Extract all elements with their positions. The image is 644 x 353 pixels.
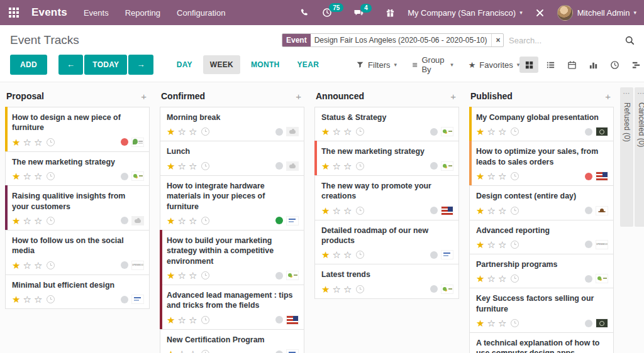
list-view-button[interactable]: [541, 57, 560, 73]
add-button[interactable]: ADD: [10, 55, 47, 75]
rating-star-icon[interactable]: ★: [12, 171, 20, 181]
kanban-state-dot[interactable]: [430, 162, 438, 170]
activity-clock-icon[interactable]: [201, 162, 209, 170]
quick-add-icon[interactable]: +: [294, 92, 303, 101]
folded-column-cancelled[interactable]: ⋯Cancelled (0): [635, 87, 644, 227]
prev-button[interactable]: ←: [58, 55, 83, 75]
column-menu-icon[interactable]: ⋯: [623, 90, 631, 97]
rating-star-icon[interactable]: ★: [321, 206, 330, 215]
rating-star-icon[interactable]: ☆: [23, 138, 31, 147]
kanban-state-dot[interactable]: [121, 296, 128, 303]
rating-star-icon[interactable]: ☆: [498, 171, 506, 181]
rating-star-icon[interactable]: ☆: [343, 127, 352, 136]
kanban-card[interactable]: Advanced lead management : tips and tric…: [160, 285, 304, 330]
kanban-state-dot[interactable]: [585, 320, 592, 327]
rating-star-icon[interactable]: ★: [476, 171, 484, 181]
rating-star-icon[interactable]: ☆: [189, 315, 197, 325]
rating-star-icon[interactable]: ★: [12, 295, 20, 304]
rating-star-icon[interactable]: ★: [321, 285, 330, 294]
activity-clock-icon[interactable]: [47, 217, 55, 225]
activity-clock-icon[interactable]: [356, 128, 364, 136]
rating-star-icon[interactable]: ☆: [23, 261, 31, 270]
kanban-state-dot[interactable]: [275, 162, 283, 170]
rating-star-icon[interactable]: ☆: [332, 127, 340, 136]
next-button[interactable]: →: [128, 55, 153, 75]
gantt-view-button[interactable]: [626, 57, 644, 73]
rating-star-icon[interactable]: ☆: [343, 250, 352, 259]
kanban-state-dot[interactable]: [275, 128, 283, 136]
kanban-card[interactable]: Advanced reporting★☆☆: [469, 220, 614, 254]
kanban-card[interactable]: The new marketing strategy★☆☆: [314, 141, 459, 175]
gift-icon[interactable]: [386, 8, 395, 18]
rating-star-icon[interactable]: ☆: [177, 127, 186, 136]
rating-star-icon[interactable]: ★: [12, 216, 20, 225]
rating-star-icon[interactable]: ☆: [177, 315, 186, 325]
activity-clock-icon[interactable]: [47, 261, 55, 269]
favorites-dropdown[interactable]: ★ Favorites ▾: [469, 60, 520, 70]
calendar-view-button[interactable]: [562, 57, 581, 73]
kanban-state-dot[interactable]: [430, 285, 438, 293]
rating-star-icon[interactable]: ☆: [487, 127, 495, 136]
kanban-card[interactable]: Morning break★☆☆: [160, 107, 304, 141]
scale-month-button[interactable]: MONTH: [244, 55, 287, 74]
kanban-state-dot[interactable]: [275, 272, 283, 280]
rating-star-icon[interactable]: ★: [167, 216, 175, 225]
rating-star-icon[interactable]: ☆: [487, 206, 495, 215]
menu-events[interactable]: Events: [84, 8, 109, 18]
rating-star-icon[interactable]: ☆: [332, 161, 340, 171]
rating-star-icon[interactable]: ☆: [189, 271, 197, 280]
rating-star-icon[interactable]: ☆: [189, 127, 197, 136]
quick-add-icon[interactable]: +: [448, 92, 458, 101]
rating-star-icon[interactable]: ☆: [498, 127, 506, 136]
rating-star-icon[interactable]: ★: [476, 127, 484, 136]
rating-star-icon[interactable]: ☆: [343, 206, 352, 215]
kanban-state-dot[interactable]: [585, 173, 592, 180]
rating-star-icon[interactable]: ★: [321, 127, 330, 136]
rating-star-icon[interactable]: ★: [321, 250, 330, 259]
rating-star-icon[interactable]: ★: [167, 127, 175, 136]
kanban-state-dot[interactable]: [430, 128, 438, 136]
activity-clock-icon[interactable]: [47, 138, 55, 146]
kanban-state-dot[interactable]: [275, 350, 283, 353]
activity-clock-icon[interactable]: [356, 162, 364, 170]
rating-star-icon[interactable]: ☆: [343, 285, 352, 294]
rating-star-icon[interactable]: ☆: [498, 240, 506, 249]
rating-star-icon[interactable]: ☆: [332, 285, 340, 294]
kanban-card[interactable]: A technical explanation of how to use co…: [469, 332, 614, 353]
rating-star-icon[interactable]: ★: [476, 240, 484, 249]
rating-star-icon[interactable]: ☆: [34, 295, 42, 304]
rating-star-icon[interactable]: ☆: [34, 261, 42, 270]
rating-star-icon[interactable]: ★: [476, 206, 484, 215]
company-switcher[interactable]: My Company (San Francisco) ▾: [408, 8, 522, 18]
rating-star-icon[interactable]: ☆: [487, 171, 495, 181]
kanban-card[interactable]: The new way to promote your creations★☆☆: [314, 175, 459, 220]
kanban-card[interactable]: Design contest (entire day)★☆☆: [469, 185, 614, 220]
kanban-state-dot[interactable]: [121, 217, 128, 224]
rating-star-icon[interactable]: ☆: [332, 250, 340, 259]
kanban-card[interactable]: How to integrate hardware materials in y…: [160, 175, 304, 231]
search-input[interactable]: [504, 33, 625, 48]
rating-star-icon[interactable]: ☆: [34, 216, 42, 225]
rating-star-icon[interactable]: ☆: [189, 161, 197, 171]
rating-star-icon[interactable]: ☆: [177, 271, 186, 280]
search-icon[interactable]: [625, 35, 635, 46]
column-menu-icon[interactable]: ⋯: [638, 90, 644, 97]
scale-year-button[interactable]: YEAR: [291, 55, 326, 74]
activity-clock-icon[interactable]: [47, 172, 55, 180]
kanban-card[interactable]: Detailed roadmap of our new products★☆☆: [314, 220, 459, 265]
folded-column-refused[interactable]: ⋯Refused (0): [620, 87, 633, 227]
activity-clock-icon[interactable]: [511, 207, 519, 215]
kanban-state-dot[interactable]: [430, 251, 438, 259]
activity-clock-icon[interactable]: [201, 217, 209, 225]
today-button[interactable]: TODAY: [84, 55, 127, 75]
rating-star-icon[interactable]: ☆: [34, 171, 42, 181]
messages-icon[interactable]: 4: [353, 8, 364, 18]
rating-star-icon[interactable]: ★: [321, 161, 330, 171]
rating-star-icon[interactable]: ☆: [23, 295, 31, 304]
apps-menu-icon[interactable]: [9, 8, 19, 18]
kanban-card[interactable]: Minimal but efficient design★☆☆: [5, 274, 150, 309]
rating-star-icon[interactable]: ☆: [177, 161, 186, 171]
rating-star-icon[interactable]: ★: [12, 261, 20, 270]
rating-star-icon[interactable]: ☆: [487, 274, 495, 283]
activities-icon[interactable]: 75: [322, 8, 332, 18]
